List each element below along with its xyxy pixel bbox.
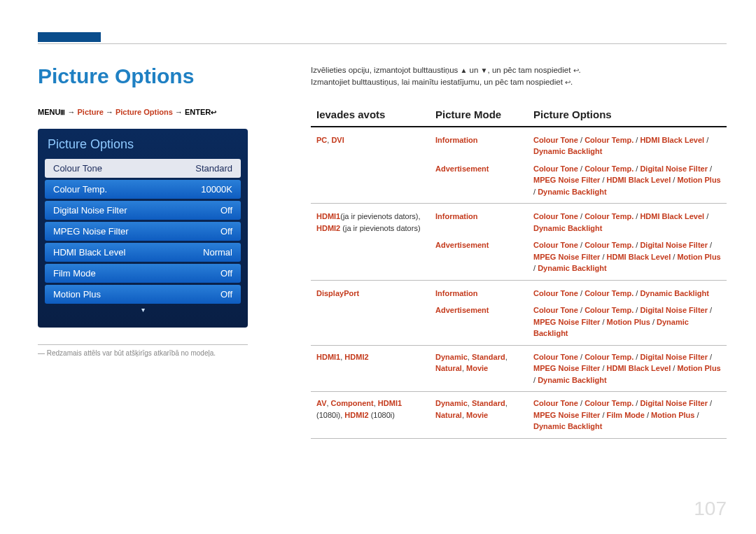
table-row: PC, DVIInformationColour Tone / Colour T… (311, 127, 727, 163)
footnote: ― Redzamais attēls var būt atšķirīgs atk… (38, 349, 276, 357)
osd-row-value: Off (220, 289, 232, 300)
cell-source: PC, DVI (311, 127, 430, 163)
down-icon: ▼ (481, 66, 488, 74)
osd-row-label: Colour Tone (53, 163, 102, 174)
cell-options: Colour Tone / Colour Temp. / HDMI Black … (528, 204, 727, 240)
osd-row-value: 10000K (201, 184, 232, 195)
up-icon: ▲ (461, 66, 468, 74)
cell-options: Colour Tone / Colour Temp. / Digital Noi… (528, 239, 727, 280)
cell-source: HDMI1(ja ir pievienots dators), HDMI2 (j… (311, 204, 430, 240)
left-column: Picture Options MENUⅢ → Picture → Pictur… (38, 64, 290, 506)
cell-options: Colour Tone / Colour Temp. / Digital Noi… (528, 163, 727, 204)
table-row: AV, Component, HDMI1 (1080i), HDMI2 (108… (311, 392, 727, 439)
header-accent (38, 32, 101, 42)
cell-options: Colour Tone / Colour Temp. / Digital Noi… (528, 392, 727, 439)
cell-source: DisplayPort (311, 280, 430, 304)
page-title: Picture Options (38, 64, 276, 88)
page-content: Picture Options MENUⅢ → Picture → Pictur… (38, 64, 727, 506)
osd-title: Picture Options (45, 137, 241, 152)
cell-source: AV, Component, HDMI1 (1080i), HDMI2 (108… (311, 392, 430, 439)
osd-row-value: Normal (203, 247, 232, 258)
footnote-rule (38, 344, 248, 345)
table-row: AdvertisementColour Tone / Colour Temp. … (311, 163, 727, 204)
cell-options: Colour Tone / Colour Temp. / Dynamic Bac… (528, 280, 727, 304)
osd-row-label: Colour Temp. (53, 184, 107, 195)
enter-icon: ↩ (573, 66, 579, 74)
right-column: Izvēlieties opciju, izmantojot bulttaust… (290, 64, 727, 506)
enter-icon: ↩ (565, 78, 570, 86)
cell-source (311, 239, 430, 280)
osd-row[interactable]: Colour Temp.10000K (45, 180, 241, 199)
page-number: 107 (694, 498, 727, 520)
cell-mode: Dynamic, Standard, Natural, Movie (430, 392, 528, 439)
osd-row-label: Digital Noise Filter (53, 205, 127, 216)
th-source: Ievades avots (311, 104, 430, 127)
cell-mode: Information (430, 127, 528, 163)
osd-row-value: Standard (195, 163, 232, 174)
osd-row-label: MPEG Noise Filter (53, 226, 129, 237)
intro-text: Izvēlieties opciju, izmantojot bulttaust… (311, 64, 727, 89)
cell-mode: Information (430, 280, 528, 304)
osd-row[interactable]: Digital Noise FilterOff (45, 201, 241, 220)
cell-mode: Dynamic, Standard, Natural, Movie (430, 345, 528, 392)
cell-options: Colour Tone / Colour Temp. / Digital Noi… (528, 345, 727, 392)
table-row: AdvertisementColour Tone / Colour Temp. … (311, 239, 727, 280)
osd-row[interactable]: MPEG Noise FilterOff (45, 222, 241, 241)
cell-source: HDMI1, HDMI2 (311, 345, 430, 392)
table-row: AdvertisementColour Tone / Colour Temp. … (311, 304, 727, 345)
osd-row[interactable]: Motion PlusOff (45, 285, 241, 304)
table-row: HDMI1, HDMI2Dynamic, Standard, Natural, … (311, 345, 727, 392)
osd-row-label: HDMI Black Level (53, 247, 125, 258)
cell-options: Colour Tone / Colour Temp. / HDMI Black … (528, 127, 727, 163)
cell-mode: Advertisement (430, 304, 528, 345)
table-row: DisplayPortInformationColour Tone / Colo… (311, 280, 727, 304)
header-rule (38, 43, 727, 44)
osd-row-label: Film Mode (53, 268, 96, 279)
osd-panel: Picture Options Colour ToneStandardColou… (38, 129, 248, 328)
osd-row-value: Off (220, 226, 232, 237)
osd-row[interactable]: HDMI Black LevelNormal (45, 243, 241, 262)
osd-rows: Colour ToneStandardColour Temp.10000KDig… (45, 159, 241, 304)
options-table: Ievades avots Picture Mode Picture Optio… (311, 104, 727, 439)
osd-row[interactable]: Colour ToneStandard (45, 159, 241, 178)
cell-source (311, 304, 430, 345)
osd-row-label: Motion Plus (53, 289, 101, 300)
cell-mode: Advertisement (430, 239, 528, 280)
th-mode: Picture Mode (430, 104, 528, 127)
table-body: PC, DVIInformationColour Tone / Colour T… (311, 127, 727, 439)
cell-mode: Information (430, 204, 528, 240)
osd-row-value: Off (220, 205, 232, 216)
cell-source (311, 163, 430, 204)
osd-row[interactable]: Film ModeOff (45, 264, 241, 283)
table-row: HDMI1(ja ir pievienots dators), HDMI2 (j… (311, 204, 727, 240)
chevron-down-icon: ▾ (45, 306, 241, 314)
cell-options: Colour Tone / Colour Temp. / Digital Noi… (528, 304, 727, 345)
breadcrumb: MENUⅢ → Picture → Picture Options → ENTE… (38, 108, 276, 116)
menu-icon: Ⅲ (60, 108, 65, 116)
osd-row-value: Off (220, 268, 232, 279)
th-options: Picture Options (528, 104, 727, 127)
enter-icon: ↩ (211, 108, 216, 116)
cell-mode: Advertisement (430, 163, 528, 204)
